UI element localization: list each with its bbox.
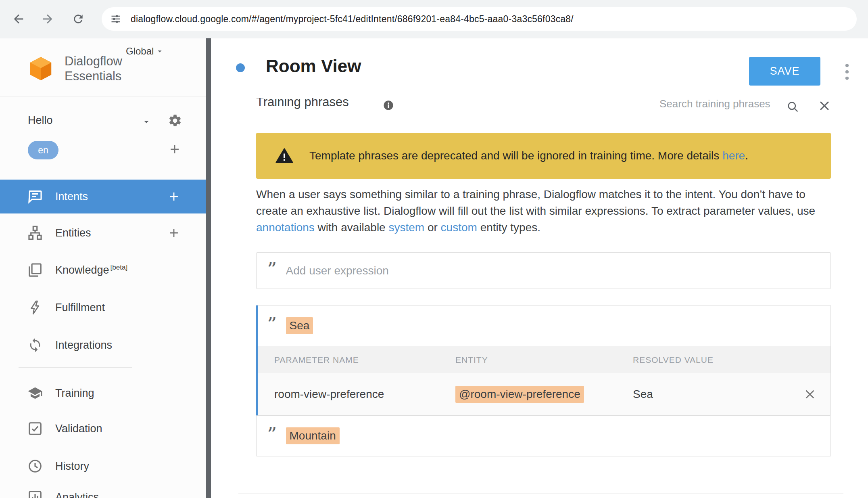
add-user-expression-box (256, 252, 831, 289)
sidebar-item-label: Analytics (55, 491, 99, 498)
sidebar-item-label: Intents (55, 190, 88, 203)
parameter-table-header: PARAMETER NAME ENTITY RESOLVED VALUE (258, 346, 830, 373)
training-phrases-section-header: Training phrases (211, 98, 868, 124)
browser-forward-button[interactable] (38, 9, 57, 29)
add-intent-button[interactable] (167, 190, 181, 203)
search-icon (787, 100, 799, 113)
sidebar-item-analytics[interactable]: Analytics (0, 480, 206, 498)
custom-entities-link[interactable]: custom (441, 221, 477, 234)
warning-text-suffix: . (745, 149, 748, 162)
parameter-table-row: room-view-preference @room-view-preferen… (258, 373, 830, 415)
url-text: dialogflow.cloud.google.com/#/agent/mypr… (131, 14, 574, 25)
agent-selector-row: Hello (0, 110, 206, 133)
sidebar-item-history[interactable]: History (0, 449, 206, 483)
add-language-button[interactable] (168, 142, 182, 158)
browser-reload-button[interactable] (69, 9, 88, 29)
phrase-chip-mountain[interactable]: Mountain (286, 427, 340, 444)
desc-text-1: When a user says something similar to a … (256, 188, 815, 217)
sidebar-item-label: Integrations (55, 339, 112, 352)
training-phrase-sea-card: Sea PARAMETER NAME ENTITY RESOLVED VALUE… (256, 305, 831, 416)
section-title: Training phrases (256, 98, 349, 109)
sidebar-item-label: Entities (55, 227, 91, 239)
warning-triangle-icon (275, 147, 294, 165)
annotations-link[interactable]: annotations (256, 221, 315, 234)
validation-checkbox-icon (27, 421, 43, 436)
entities-tree-icon (27, 225, 43, 241)
deprecation-warning-banner: Template phrases are deprecated and will… (256, 133, 831, 179)
sidebar-item-fulfillment[interactable]: Fulfillment (0, 291, 206, 324)
parameter-name-value: room-view-preference (274, 388, 384, 401)
plus-icon (167, 190, 181, 203)
main-content: Room View SAVE Training phrases (211, 38, 868, 498)
sidebar-scrollbar[interactable] (206, 38, 211, 498)
warning-here-link[interactable]: here (722, 149, 745, 162)
sidebar-item-knowledge[interactable]: Knowledge[beta] (0, 253, 206, 287)
beta-badge: [beta] (111, 264, 128, 271)
warning-text: Template phrases are deprecated and will… (309, 149, 748, 162)
language-row: en (0, 140, 206, 163)
sidebar: Dialogflow Essentials Global Hello en (0, 38, 211, 498)
sidebar-item-intents[interactable]: Intents (0, 180, 206, 213)
site-info-icon[interactable] (107, 10, 124, 27)
system-entities-link[interactable]: system (388, 221, 424, 234)
agent-name[interactable]: Hello (28, 114, 53, 127)
phrase-chip-sea[interactable]: Sea (286, 317, 313, 334)
plus-icon (167, 226, 181, 240)
brand-line2: Essentials (65, 69, 122, 84)
url-bar[interactable]: dialogflow.cloud.google.com/#/agent/mypr… (102, 7, 857, 31)
browser-chrome: dialogflow.cloud.google.com/#/agent/mypr… (0, 0, 868, 38)
section-divider (238, 494, 843, 494)
intent-header: Room View SAVE (211, 38, 868, 98)
sidebar-item-label: Fulfillment (55, 301, 105, 314)
desc-text-2: with available (315, 221, 389, 234)
training-graduation-icon (27, 385, 43, 401)
sidebar-item-validation[interactable]: Validation (0, 412, 206, 446)
sidebar-item-training[interactable]: Training (0, 376, 206, 410)
save-button[interactable]: SAVE (749, 57, 820, 86)
sidebar-item-label: Training (55, 387, 94, 400)
add-user-expression-input[interactable] (286, 264, 830, 277)
desc-text-4: entity types. (477, 221, 540, 234)
warning-text-body: Template phrases are deprecated and will… (309, 149, 722, 162)
page-title: Room View (266, 56, 361, 76)
agent-settings-gear-icon[interactable] (168, 113, 182, 130)
sidebar-item-label: History (55, 460, 89, 473)
close-section-icon[interactable] (818, 99, 831, 113)
entity-chip[interactable]: @room-view-preference (455, 386, 584, 403)
app-window: dialogflow.cloud.google.com/#/agent/mypr… (0, 0, 868, 498)
language-badge[interactable]: en (28, 141, 58, 159)
remove-parameter-icon[interactable] (803, 388, 816, 401)
training-phrase-mountain-card: Mountain (256, 416, 831, 456)
info-icon[interactable] (383, 100, 394, 111)
browser-back-button[interactable] (9, 9, 28, 29)
entity-chip-text[interactable]: @room-view-preference (455, 386, 584, 403)
sidebar-item-entities[interactable]: Entities (0, 216, 206, 250)
integrations-sync-icon (27, 337, 43, 353)
intents-chat-icon (27, 189, 43, 204)
region-label: Global (126, 46, 154, 57)
brand-line1: Dialogflow (65, 54, 122, 69)
quote-icon (267, 266, 277, 276)
sidebar-item-label: Knowledge[beta] (55, 264, 127, 276)
sidebar-item-integrations[interactable]: Integrations (0, 328, 206, 362)
brand-name: Dialogflow Essentials (65, 54, 122, 84)
forward-arrow-icon (41, 12, 54, 26)
fulfillment-bolt-icon (27, 300, 43, 315)
resolved-value: Sea (633, 388, 653, 401)
agent-chevron-down-icon[interactable] (141, 117, 152, 129)
more-options-kebab-icon[interactable] (840, 62, 854, 82)
desc-text-3: or (424, 221, 440, 234)
dialogflow-logo-icon (27, 55, 55, 82)
knowledge-book-icon (27, 262, 43, 278)
intent-status-dot (236, 63, 245, 72)
back-arrow-icon (12, 12, 25, 26)
chevron-down-icon (155, 47, 164, 56)
col-entity: ENTITY (455, 355, 488, 365)
brand: Dialogflow Essentials (27, 54, 196, 84)
phrase-row: Sea (258, 305, 830, 346)
add-entity-button[interactable] (167, 226, 181, 240)
knowledge-text: Knowledge (55, 264, 109, 276)
sidebar-divider (19, 367, 132, 368)
history-clock-icon (27, 458, 43, 474)
region-selector[interactable]: Global (126, 46, 164, 57)
